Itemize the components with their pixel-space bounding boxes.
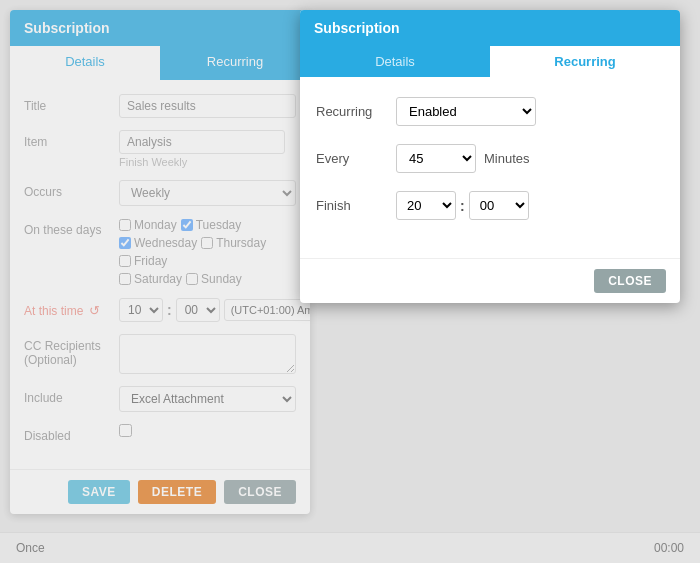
fg-finish-hour-select[interactable]: 20 — [396, 191, 456, 220]
fg-recurring-label: Recurring — [316, 104, 396, 119]
fg-card-tabs: Details Recurring — [300, 46, 680, 77]
fg-finish-min-select[interactable]: 00 — [469, 191, 529, 220]
fg-tab-details[interactable]: Details — [300, 46, 490, 77]
fg-finish-time: 20 : 00 — [396, 191, 529, 220]
fg-finish-row: Finish 20 : 00 — [316, 191, 664, 220]
fg-every-unit: Minutes — [484, 151, 530, 166]
fg-finish-label: Finish — [316, 198, 396, 213]
fg-card-footer: CLOSE — [300, 258, 680, 303]
fg-every-row: Every 5 10 15 30 45 60 Minutes — [316, 144, 664, 173]
fg-close-button[interactable]: CLOSE — [594, 269, 666, 293]
fg-card-body: Recurring Enabled Disabled Every 5 10 15… — [300, 77, 680, 258]
fg-every-select[interactable]: 5 10 15 30 45 60 — [396, 144, 476, 173]
fg-tab-recurring[interactable]: Recurring — [490, 46, 680, 77]
fg-recurring-select[interactable]: Enabled Disabled — [396, 97, 536, 126]
fg-every-label: Every — [316, 151, 396, 166]
fg-finish-colon: : — [460, 198, 465, 214]
recurring-subscription-card: Subscription Details Recurring Recurring… — [300, 10, 680, 303]
fg-recurring-row: Recurring Enabled Disabled — [316, 97, 664, 126]
fg-card-title: Subscription — [300, 10, 680, 46]
